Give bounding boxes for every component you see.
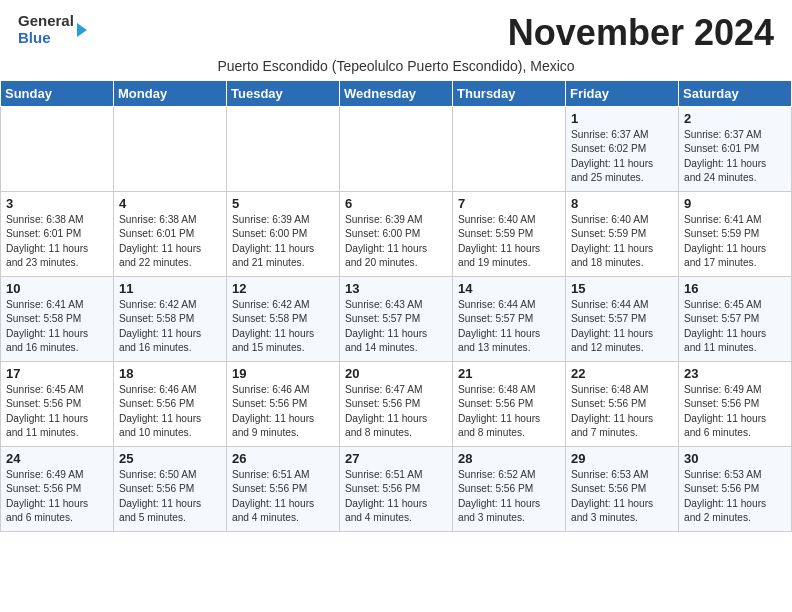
calendar-cell: 15Sunrise: 6:44 AM Sunset: 5:57 PM Dayli…: [566, 277, 679, 362]
day-info: Sunrise: 6:44 AM Sunset: 5:57 PM Dayligh…: [458, 298, 560, 355]
calendar-cell: 18Sunrise: 6:46 AM Sunset: 5:56 PM Dayli…: [114, 362, 227, 447]
day-number: 12: [232, 281, 334, 296]
calendar-cell: [227, 107, 340, 192]
day-number: 29: [571, 451, 673, 466]
calendar-cell: 2Sunrise: 6:37 AM Sunset: 6:01 PM Daylig…: [679, 107, 792, 192]
day-info: Sunrise: 6:40 AM Sunset: 5:59 PM Dayligh…: [571, 213, 673, 270]
calendar-cell: 4Sunrise: 6:38 AM Sunset: 6:01 PM Daylig…: [114, 192, 227, 277]
logo: General Blue: [18, 12, 87, 47]
day-info: Sunrise: 6:49 AM Sunset: 5:56 PM Dayligh…: [684, 383, 786, 440]
calendar-cell: 9Sunrise: 6:41 AM Sunset: 5:59 PM Daylig…: [679, 192, 792, 277]
logo-blue: Blue: [18, 29, 51, 46]
calendar-week-row: 3Sunrise: 6:38 AM Sunset: 6:01 PM Daylig…: [1, 192, 792, 277]
calendar-cell: 24Sunrise: 6:49 AM Sunset: 5:56 PM Dayli…: [1, 447, 114, 532]
day-info: Sunrise: 6:39 AM Sunset: 6:00 PM Dayligh…: [232, 213, 334, 270]
calendar-cell: 3Sunrise: 6:38 AM Sunset: 6:01 PM Daylig…: [1, 192, 114, 277]
calendar-cell: 29Sunrise: 6:53 AM Sunset: 5:56 PM Dayli…: [566, 447, 679, 532]
calendar-cell: 25Sunrise: 6:50 AM Sunset: 5:56 PM Dayli…: [114, 447, 227, 532]
calendar-cell: 10Sunrise: 6:41 AM Sunset: 5:58 PM Dayli…: [1, 277, 114, 362]
day-number: 23: [684, 366, 786, 381]
month-title: November 2024: [508, 12, 774, 54]
day-info: Sunrise: 6:48 AM Sunset: 5:56 PM Dayligh…: [571, 383, 673, 440]
day-number: 20: [345, 366, 447, 381]
day-number: 19: [232, 366, 334, 381]
day-info: Sunrise: 6:49 AM Sunset: 5:56 PM Dayligh…: [6, 468, 108, 525]
calendar-cell: 7Sunrise: 6:40 AM Sunset: 5:59 PM Daylig…: [453, 192, 566, 277]
day-number: 9: [684, 196, 786, 211]
day-info: Sunrise: 6:38 AM Sunset: 6:01 PM Dayligh…: [6, 213, 108, 270]
day-info: Sunrise: 6:40 AM Sunset: 5:59 PM Dayligh…: [458, 213, 560, 270]
calendar-cell: 12Sunrise: 6:42 AM Sunset: 5:58 PM Dayli…: [227, 277, 340, 362]
calendar-week-row: 10Sunrise: 6:41 AM Sunset: 5:58 PM Dayli…: [1, 277, 792, 362]
day-number: 17: [6, 366, 108, 381]
calendar-header-sunday: Sunday: [1, 81, 114, 107]
calendar-cell: 21Sunrise: 6:48 AM Sunset: 5:56 PM Dayli…: [453, 362, 566, 447]
day-number: 14: [458, 281, 560, 296]
calendar-cell: 6Sunrise: 6:39 AM Sunset: 6:00 PM Daylig…: [340, 192, 453, 277]
calendar-cell: [453, 107, 566, 192]
calendar-week-row: 17Sunrise: 6:45 AM Sunset: 5:56 PM Dayli…: [1, 362, 792, 447]
day-number: 10: [6, 281, 108, 296]
day-info: Sunrise: 6:44 AM Sunset: 5:57 PM Dayligh…: [571, 298, 673, 355]
day-number: 13: [345, 281, 447, 296]
calendar-header-monday: Monday: [114, 81, 227, 107]
day-number: 5: [232, 196, 334, 211]
day-number: 8: [571, 196, 673, 211]
calendar-cell: [114, 107, 227, 192]
day-info: Sunrise: 6:41 AM Sunset: 5:59 PM Dayligh…: [684, 213, 786, 270]
day-number: 3: [6, 196, 108, 211]
day-info: Sunrise: 6:38 AM Sunset: 6:01 PM Dayligh…: [119, 213, 221, 270]
calendar-cell: 13Sunrise: 6:43 AM Sunset: 5:57 PM Dayli…: [340, 277, 453, 362]
day-info: Sunrise: 6:37 AM Sunset: 6:01 PM Dayligh…: [684, 128, 786, 185]
calendar-cell: 20Sunrise: 6:47 AM Sunset: 5:56 PM Dayli…: [340, 362, 453, 447]
day-info: Sunrise: 6:46 AM Sunset: 5:56 PM Dayligh…: [119, 383, 221, 440]
day-info: Sunrise: 6:50 AM Sunset: 5:56 PM Dayligh…: [119, 468, 221, 525]
calendar-week-row: 1Sunrise: 6:37 AM Sunset: 6:02 PM Daylig…: [1, 107, 792, 192]
calendar-cell: 28Sunrise: 6:52 AM Sunset: 5:56 PM Dayli…: [453, 447, 566, 532]
day-number: 1: [571, 111, 673, 126]
logo-arrow-icon: [77, 23, 87, 37]
day-info: Sunrise: 6:39 AM Sunset: 6:00 PM Dayligh…: [345, 213, 447, 270]
day-info: Sunrise: 6:43 AM Sunset: 5:57 PM Dayligh…: [345, 298, 447, 355]
day-number: 28: [458, 451, 560, 466]
calendar-header-tuesday: Tuesday: [227, 81, 340, 107]
day-info: Sunrise: 6:41 AM Sunset: 5:58 PM Dayligh…: [6, 298, 108, 355]
calendar-cell: 8Sunrise: 6:40 AM Sunset: 5:59 PM Daylig…: [566, 192, 679, 277]
day-number: 24: [6, 451, 108, 466]
calendar-cell: 26Sunrise: 6:51 AM Sunset: 5:56 PM Dayli…: [227, 447, 340, 532]
calendar-header-wednesday: Wednesday: [340, 81, 453, 107]
calendar-cell: [340, 107, 453, 192]
day-number: 22: [571, 366, 673, 381]
calendar-header-thursday: Thursday: [453, 81, 566, 107]
day-info: Sunrise: 6:42 AM Sunset: 5:58 PM Dayligh…: [232, 298, 334, 355]
calendar-cell: 11Sunrise: 6:42 AM Sunset: 5:58 PM Dayli…: [114, 277, 227, 362]
calendar-cell: 17Sunrise: 6:45 AM Sunset: 5:56 PM Dayli…: [1, 362, 114, 447]
day-number: 30: [684, 451, 786, 466]
calendar-week-row: 24Sunrise: 6:49 AM Sunset: 5:56 PM Dayli…: [1, 447, 792, 532]
calendar-cell: 23Sunrise: 6:49 AM Sunset: 5:56 PM Dayli…: [679, 362, 792, 447]
day-number: 6: [345, 196, 447, 211]
calendar-table: SundayMondayTuesdayWednesdayThursdayFrid…: [0, 80, 792, 532]
day-info: Sunrise: 6:51 AM Sunset: 5:56 PM Dayligh…: [345, 468, 447, 525]
day-number: 16: [684, 281, 786, 296]
day-number: 26: [232, 451, 334, 466]
calendar-header-row: SundayMondayTuesdayWednesdayThursdayFrid…: [1, 81, 792, 107]
calendar-cell: 30Sunrise: 6:53 AM Sunset: 5:56 PM Dayli…: [679, 447, 792, 532]
day-info: Sunrise: 6:51 AM Sunset: 5:56 PM Dayligh…: [232, 468, 334, 525]
calendar-header-friday: Friday: [566, 81, 679, 107]
calendar-cell: 22Sunrise: 6:48 AM Sunset: 5:56 PM Dayli…: [566, 362, 679, 447]
page-header: General Blue November 2024: [0, 0, 792, 58]
day-number: 4: [119, 196, 221, 211]
day-number: 2: [684, 111, 786, 126]
day-number: 21: [458, 366, 560, 381]
day-info: Sunrise: 6:42 AM Sunset: 5:58 PM Dayligh…: [119, 298, 221, 355]
day-info: Sunrise: 6:53 AM Sunset: 5:56 PM Dayligh…: [571, 468, 673, 525]
calendar-cell: 1Sunrise: 6:37 AM Sunset: 6:02 PM Daylig…: [566, 107, 679, 192]
location-subtitle: Puerto Escondido (Tepeolulco Puerto Esco…: [0, 58, 792, 80]
calendar-cell: 14Sunrise: 6:44 AM Sunset: 5:57 PM Dayli…: [453, 277, 566, 362]
day-info: Sunrise: 6:46 AM Sunset: 5:56 PM Dayligh…: [232, 383, 334, 440]
day-number: 15: [571, 281, 673, 296]
calendar-cell: 19Sunrise: 6:46 AM Sunset: 5:56 PM Dayli…: [227, 362, 340, 447]
calendar-cell: 5Sunrise: 6:39 AM Sunset: 6:00 PM Daylig…: [227, 192, 340, 277]
day-number: 27: [345, 451, 447, 466]
